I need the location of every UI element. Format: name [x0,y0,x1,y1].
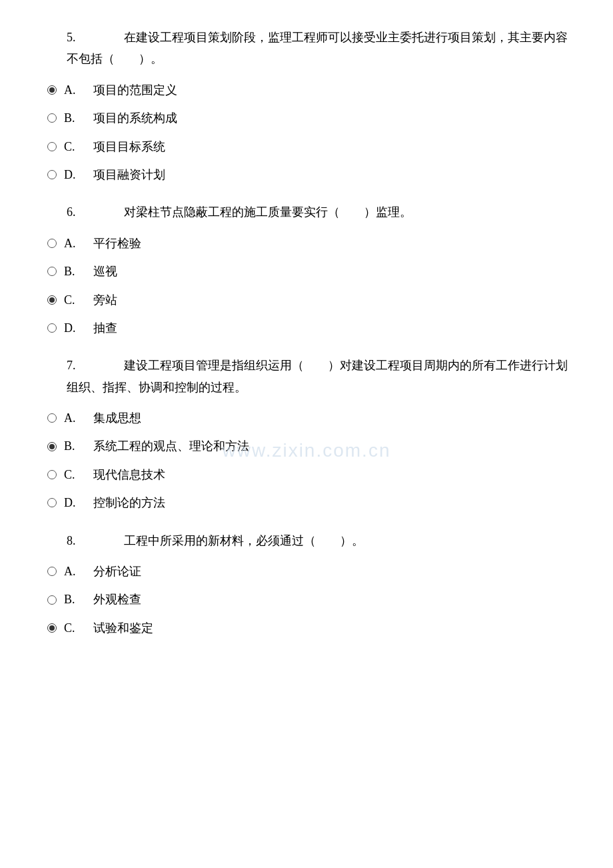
option-row-q7c[interactable]: C.现代信息技术 [40,464,573,485]
radio-wrap-q8c [40,623,64,633]
radio-q5d[interactable] [47,170,57,179]
option-label-q6c: C. [64,289,88,311]
question-number-q8: 8. [67,530,87,551]
option-row-q5d[interactable]: D.项目融资计划 [40,164,573,185]
option-row-q8c[interactable]: C.试验和鉴定 [40,617,573,639]
radio-wrap-q5b [40,113,64,123]
option-label-q6a: A. [64,233,88,254]
option-text-q6d: 抽查 [93,317,573,339]
radio-q5a[interactable] [47,85,57,95]
question-block-q5: 5. 在建设工程项目策划阶段，监理工程师可以接受业主委托进行项目策划，其主要内容… [40,27,573,185]
option-row-q6a[interactable]: A.平行检验 [40,233,573,254]
option-text-q5a: 项目的范围定义 [93,79,573,101]
option-text-q6a: 平行检验 [93,233,573,254]
exam-content: 5. 在建设工程项目策划阶段，监理工程师可以接受业主委托进行项目策划，其主要内容… [40,27,573,639]
option-label-q6b: B. [64,261,88,282]
option-label-q5c: C. [64,136,88,157]
question-text-q8: 8. 工程中所采用的新材料，必须通过（ ）。 [67,530,573,551]
option-row-q8a[interactable]: A.分析论证 [40,561,573,582]
radio-wrap-q5a [40,85,64,95]
question-number-q7: 7. [67,355,87,376]
radio-wrap-q5d [40,170,64,179]
radio-q5b[interactable] [47,113,57,123]
radio-q6d[interactable] [47,323,57,333]
question-text-q7: 7. 建设工程项目管理是指组织运用（ ）对建设工程项目周期内的所有工作进行计划组… [67,355,573,398]
option-row-q7a[interactable]: A.集成思想 [40,407,573,429]
radio-q7c[interactable] [47,470,57,479]
option-label-q8a: A. [64,561,88,582]
radio-q7a[interactable] [47,413,57,423]
option-text-q6c: 旁站 [93,289,573,311]
radio-q8a[interactable] [47,567,57,576]
radio-wrap-q8a [40,567,64,576]
option-label-q5d: D. [64,164,88,185]
option-label-q5b: B. [64,107,88,129]
radio-q7d[interactable] [47,498,57,507]
option-row-q7b[interactable]: B.系统工程的观点、理论和方法 [40,435,573,457]
radio-q6a[interactable] [47,239,57,248]
option-text-q5b: 项目的系统构成 [93,107,573,129]
option-label-q8b: B. [64,589,88,610]
option-text-q5c: 项目目标系统 [93,136,573,157]
radio-q6b[interactable] [47,267,57,276]
option-text-q7b: 系统工程的观点、理论和方法 [93,435,573,457]
option-text-q7a: 集成思想 [93,407,573,429]
option-row-q5c[interactable]: C.项目目标系统 [40,136,573,157]
option-text-q7c: 现代信息技术 [93,464,573,485]
question-text-q6: 6. 对梁柱节点隐蔽工程的施工质量要实行（ ）监理。 [67,201,573,223]
option-row-q6c[interactable]: C.旁站 [40,289,573,311]
radio-wrap-q7b [40,442,64,451]
radio-q7b[interactable] [47,442,57,451]
option-label-q5a: A. [64,79,88,101]
radio-q5c[interactable] [47,142,57,151]
radio-wrap-q6b [40,267,64,276]
radio-wrap-q8b [40,595,64,605]
option-label-q7d: D. [64,492,88,513]
option-text-q8c: 试验和鉴定 [93,617,573,639]
radio-q8c[interactable] [47,623,57,633]
option-row-q6b[interactable]: B.巡视 [40,261,573,282]
option-label-q8c: C. [64,617,88,639]
option-row-q6d[interactable]: D.抽查 [40,317,573,339]
question-number-q6: 6. [67,201,87,223]
option-row-q8b[interactable]: B.外观检查 [40,589,573,610]
question-block-q8: 8. 工程中所采用的新材料，必须通过（ ）。A.分析论证B.外观检查C.试验和鉴… [40,530,573,639]
radio-wrap-q7d [40,498,64,507]
option-row-q5a[interactable]: A.项目的范围定义 [40,79,573,101]
radio-wrap-q7a [40,413,64,423]
option-row-q5b[interactable]: B.项目的系统构成 [40,107,573,129]
radio-q8b[interactable] [47,595,57,605]
option-text-q7d: 控制论的方法 [93,492,573,513]
radio-wrap-q6d [40,323,64,333]
question-block-q7: 7. 建设工程项目管理是指组织运用（ ）对建设工程项目周期内的所有工作进行计划组… [40,355,573,513]
option-label-q7c: C. [64,464,88,485]
radio-wrap-q5c [40,142,64,151]
question-block-q6: 6. 对梁柱节点隐蔽工程的施工质量要实行（ ）监理。A.平行检验B.巡视C.旁站… [40,201,573,339]
question-text-q5: 5. 在建设工程项目策划阶段，监理工程师可以接受业主委托进行项目策划，其主要内容… [67,27,573,70]
question-number-q5: 5. [67,27,87,48]
option-label-q7b: B. [64,435,88,457]
option-text-q6b: 巡视 [93,261,573,282]
option-text-q8b: 外观检查 [93,589,573,610]
option-text-q5d: 项目融资计划 [93,164,573,185]
radio-wrap-q7c [40,470,64,479]
radio-q6c[interactable] [47,295,57,305]
option-row-q7d[interactable]: D.控制论的方法 [40,492,573,513]
option-label-q7a: A. [64,407,88,429]
option-text-q8a: 分析论证 [93,561,573,582]
radio-wrap-q6a [40,239,64,248]
option-label-q6d: D. [64,317,88,339]
radio-wrap-q6c [40,295,64,305]
